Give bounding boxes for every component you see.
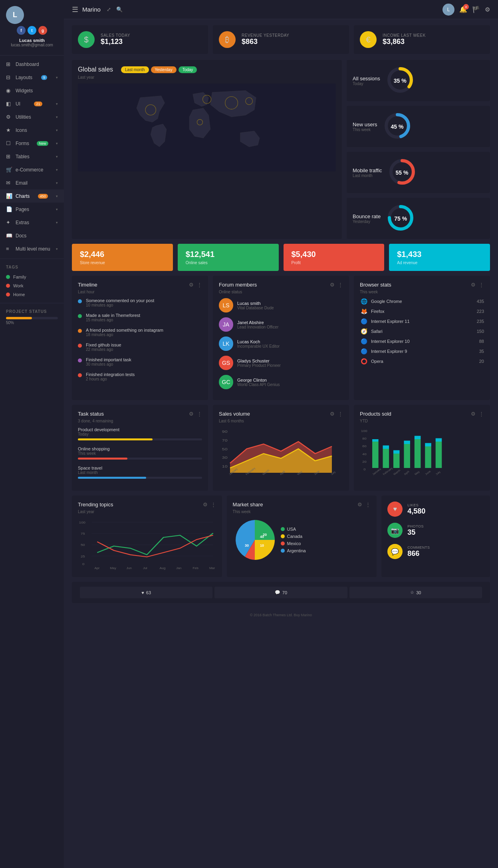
tag-work[interactable]: Work — [6, 281, 58, 290]
sidebar-item-widgets[interactable]: ◉ Widgets — [0, 84, 64, 97]
like-action-button[interactable]: ♥ 63 — [80, 587, 212, 598]
timeline-actions: ⚙ ⋮ — [189, 282, 202, 288]
timeline-content: A friend posted something on instagram 1… — [86, 328, 163, 337]
timeline-item: Finished important task 30 minutes ago — [78, 357, 202, 366]
comment-action-button[interactable]: 💬 70 — [214, 587, 347, 598]
more-icon[interactable]: ⋮ — [338, 282, 343, 288]
tab-yesterday[interactable]: Yesterday — [151, 66, 177, 73]
market-actions: ⚙ ⋮ — [357, 502, 371, 508]
tab-last-month[interactable]: Last month — [121, 66, 149, 73]
tag-dot — [6, 293, 10, 297]
notification-bell[interactable]: 🔔 8 — [459, 6, 467, 13]
more-icon[interactable]: ⋮ — [365, 502, 371, 508]
svg-text:60: 60 — [362, 444, 367, 448]
timeline-content: Made a sale in Themeforest 15 minutes ag… — [86, 313, 140, 322]
donut-all-sessions: All sessions Today 35 % — [347, 60, 490, 101]
expand-icon[interactable]: ⤢ — [107, 6, 111, 12]
sidebar-item-pages[interactable]: 📄 Pages ▾ — [0, 203, 64, 216]
timeline-text: Finished integration tests — [86, 372, 135, 377]
sessions-percent: 35 % — [394, 78, 407, 84]
star-action-button[interactable]: ☆ 30 — [349, 587, 482, 598]
tag-label: Work — [13, 283, 23, 288]
settings-icon[interactable]: ⚙ — [471, 282, 476, 288]
settings-icon[interactable]: ⚙ — [189, 282, 194, 288]
member-avatar: GC — [219, 375, 233, 389]
progress-item: Space travel Last month — [78, 466, 202, 479]
progress-item: Product development Today — [78, 427, 202, 440]
sidebar-item-label: Docs — [16, 233, 26, 239]
svg-text:0: 0 — [363, 468, 366, 471]
progress-bar-bg — [78, 477, 202, 479]
sidebar-item-icons[interactable]: ★ Icons ▾ — [0, 123, 64, 137]
google-button[interactable]: g — [38, 26, 47, 35]
legend-label: USA — [287, 527, 296, 532]
ps-header: Products sold ⚙ ⋮ — [360, 411, 484, 417]
sidebar-item-tables[interactable]: ⊞ Tables ▾ — [0, 150, 64, 163]
svg-text:30: 30 — [222, 456, 228, 460]
sidebar-item-label: UI — [16, 101, 20, 107]
trending-card: Trending topics ⚙ ⋮ Last year 100 75 50 … — [72, 496, 222, 577]
settings-icon[interactable]: ⚙ — [471, 411, 476, 417]
docs-icon: 📖 — [6, 233, 12, 239]
forum-member-item: LK Lucas Koch Incomparable UX Editor — [219, 336, 343, 351]
sidebar-item-label: Email — [16, 180, 28, 186]
sidebar-item-label: Utilities — [16, 114, 31, 120]
sidebar-item-forms[interactable]: ☐ Forms New ▾ — [0, 137, 64, 150]
sidebar-item-dashboard[interactable]: ⊞ Dashboard — [0, 58, 64, 71]
sidebar-item-ui[interactable]: ◧ UI 21 ▾ — [0, 97, 64, 110]
chevron-down-icon: ▾ — [56, 207, 58, 211]
tags-section: TAGS Family Work Home — [0, 261, 64, 301]
more-icon[interactable]: ⋮ — [197, 411, 202, 417]
more-icon[interactable]: ⋮ — [338, 411, 343, 417]
more-icon[interactable]: ⋮ — [479, 411, 484, 417]
tab-today[interactable]: Today — [179, 66, 197, 73]
settings-icon[interactable]: ⚙ — [189, 411, 194, 417]
twitter-button[interactable]: t — [28, 26, 36, 35]
hamburger-icon[interactable]: ☰ — [72, 5, 78, 14]
tag-home[interactable]: Home — [6, 290, 58, 299]
task-header: Task status ⚙ ⋮ — [78, 411, 202, 417]
sidebar-item-label: Layouts — [16, 75, 32, 80]
sidebar-email: lucas.smith@gmail.com — [0, 43, 64, 47]
stat-label: INCOME LAST WEEK — [383, 33, 426, 38]
ps-actions: ⚙ ⋮ — [471, 411, 484, 417]
progress-bar-fill — [78, 477, 146, 479]
tag-dot — [6, 275, 10, 279]
more-icon[interactable]: ⋮ — [479, 282, 484, 288]
more-icon[interactable]: ⋮ — [197, 282, 202, 288]
settings-icon[interactable]: ⚙ — [330, 282, 335, 288]
svg-text:February: February — [382, 467, 394, 475]
tag-family[interactable]: Family — [6, 273, 58, 281]
forum-member-item: JA Janet Abshire Lead Innovation Officer — [219, 317, 343, 332]
chevron-down-icon: ▾ — [56, 168, 58, 172]
sidebar-item-docs[interactable]: 📖 Docs — [0, 229, 64, 242]
more-icon[interactable]: ⋮ — [211, 502, 216, 508]
mobile-sub: Last month — [353, 173, 382, 178]
sidebar-item-email[interactable]: ✉ Email ▾ — [0, 176, 64, 189]
sidebar-item-utilities[interactable]: ⚙ Utilities ▾ — [0, 110, 64, 123]
settings-icon[interactable]: ⚙ — [485, 6, 490, 13]
photos-label: PHOTOS — [407, 524, 424, 528]
sidebar-item-extras[interactable]: ✦ Extras ▾ — [0, 216, 64, 229]
settings-icon[interactable]: ⚙ — [330, 411, 335, 417]
sidebar-item-charts[interactable]: 📊 Charts 450 ▾ — [0, 189, 64, 203]
facebook-button[interactable]: f — [17, 26, 26, 35]
rev-label: Profit — [292, 261, 377, 265]
rev-label: Ad revenue — [397, 261, 482, 265]
topbar-avatar: L — [442, 4, 454, 16]
svg-text:40: 40 — [362, 452, 367, 456]
chevron-down-icon: ▾ — [56, 102, 58, 106]
browser-count: 35 — [479, 349, 484, 354]
browser-row: ⭕ Opera 20 — [360, 358, 484, 364]
sidebar-username: Lucas smith — [0, 38, 64, 43]
flag-icon[interactable]: 🏴 — [472, 6, 480, 13]
settings-icon[interactable]: ⚙ — [357, 502, 362, 508]
settings-icon[interactable]: ⚙ — [203, 502, 208, 508]
income-icon: € — [360, 31, 377, 48]
svg-text:100: 100 — [361, 429, 367, 433]
sidebar-item-multilevel[interactable]: ≡ Multi level menu ▾ — [0, 242, 64, 255]
search-icon[interactable]: 🔍 — [116, 6, 123, 12]
svg-text:March: March — [393, 469, 401, 475]
sidebar-item-ecommerce[interactable]: 🛒 e-Commerce ▾ — [0, 163, 64, 176]
sidebar-item-layouts[interactable]: ⊟ Layouts 9 ▾ — [0, 71, 64, 84]
